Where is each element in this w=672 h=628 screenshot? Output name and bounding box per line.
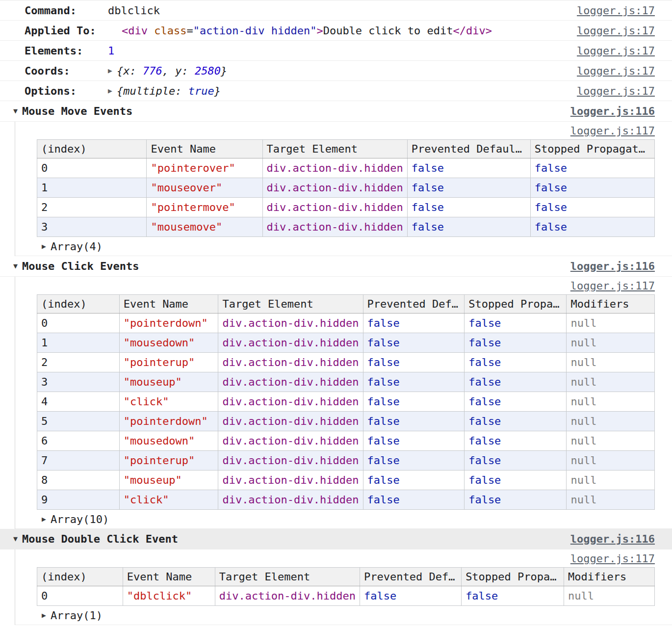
column-header[interactable]: Event Name <box>147 140 262 158</box>
elements-count: 1 <box>108 45 114 57</box>
log-label: Coords: <box>25 65 108 77</box>
source-link[interactable]: logger.js:17 <box>577 45 655 57</box>
table-row: 3 "mouseup" div.action-div.hidden false … <box>37 372 655 392</box>
source-link[interactable]: logger.js:17 <box>577 25 655 37</box>
source-link[interactable]: logger.js:117 <box>570 280 655 292</box>
cell-modifiers: null <box>567 372 655 392</box>
cell-index: 1 <box>37 333 120 353</box>
array-label: Array(4) <box>51 240 103 253</box>
column-header[interactable]: Modifiers <box>567 295 655 314</box>
cell-prevented-default: false <box>363 372 465 392</box>
cell-stopped-propagation: false <box>465 431 567 451</box>
attr-eq: = <box>186 25 193 37</box>
column-header[interactable]: Prevented Defaul… <box>407 140 530 158</box>
column-header[interactable]: Event Name <box>119 295 218 314</box>
column-header[interactable]: Modifiers <box>564 568 655 586</box>
log-label: Options: <box>25 85 108 97</box>
column-header[interactable]: Prevented Def… <box>360 568 462 586</box>
log-label: Elements: <box>25 45 108 57</box>
column-header[interactable]: (index) <box>37 295 120 314</box>
cell-prevented-default: false <box>407 178 530 198</box>
group-header-mouse-click-events[interactable]: ▼ Mouse Click Events logger.js:116 <box>0 256 672 277</box>
mouse-click-events-table: (index) Event Name Target Element Preven… <box>37 294 655 510</box>
cell-prevented-default: false <box>363 431 465 451</box>
coords-y-value: 2580 <box>195 65 221 77</box>
cell-prevented-default: false <box>363 451 465 471</box>
attr-name: class <box>148 25 186 37</box>
source-link[interactable]: logger.js:116 <box>570 533 655 545</box>
array-toggle[interactable]: ▶ Array(10) <box>37 510 655 528</box>
table-message: logger.js:117 (index) Event Name Target … <box>15 122 672 256</box>
cell-target-element: div.action-div.hidden <box>218 353 363 372</box>
cell-stopped-propagation: false <box>530 178 654 198</box>
cell-target-element: div.action-div.hidden <box>262 178 407 198</box>
cell-modifiers: null <box>567 471 655 490</box>
column-header[interactable]: Stopped Propagat… <box>530 140 654 158</box>
column-header[interactable]: Target Element <box>215 568 360 586</box>
cell-modifiers: null <box>567 314 655 333</box>
column-header[interactable]: Target Element <box>262 140 407 158</box>
collapse-arrow-icon: ▼ <box>13 107 18 115</box>
cell-stopped-propagation: false <box>465 412 567 431</box>
cell-stopped-propagation: false <box>530 217 654 237</box>
expand-arrow-icon[interactable]: ▶ <box>108 87 112 95</box>
cell-prevented-default: false <box>407 158 530 178</box>
coords-object-preview: {x: 776, y: 2580} <box>117 65 227 77</box>
preview-text: {x: <box>117 65 143 77</box>
coords-x-value: 776 <box>143 65 162 77</box>
cell-modifiers: null <box>567 333 655 353</box>
source-link[interactable]: logger.js:117 <box>570 125 655 137</box>
column-header[interactable]: Prevented Def… <box>363 295 465 314</box>
group-title: Mouse Click Events <box>22 260 139 272</box>
cell-index: 9 <box>37 490 120 510</box>
column-header[interactable]: Target Element <box>218 295 363 314</box>
cell-index: 0 <box>37 586 123 606</box>
cell-target-element: div.action-div.hidden <box>218 490 363 510</box>
table-row: 0 "dblclick" div.action-div.hidden false… <box>37 586 655 606</box>
header-row: (index) Event Name Target Element Preven… <box>37 295 655 314</box>
cell-stopped-propagation: false <box>465 353 567 372</box>
log-label: Command: <box>25 4 108 17</box>
table-row: 4 "click" div.action-div.hidden false fa… <box>37 392 655 412</box>
cell-event-name: "mousedown" <box>119 333 218 353</box>
cell-event-name: "mousedown" <box>119 431 218 451</box>
table-link-row: logger.js:117 <box>37 277 655 294</box>
log-row-command: Command: dblclick logger.js:17 <box>0 0 672 21</box>
source-link[interactable]: logger.js:17 <box>577 85 655 97</box>
array-toggle[interactable]: ▶ Array(1) <box>37 606 655 625</box>
cell-target-element: div.action-div.hidden <box>215 586 360 606</box>
source-link[interactable]: logger.js:117 <box>570 552 655 565</box>
cell-index: 8 <box>37 471 120 490</box>
cell-target-element: div.action-div.hidden <box>262 158 407 178</box>
table-body: 0 "dblclick" div.action-div.hidden false… <box>37 586 655 606</box>
cell-index: 3 <box>37 372 120 392</box>
expand-arrow-icon: ▶ <box>42 516 46 523</box>
group-header-mouse-move-events[interactable]: ▼ Mouse Move Events logger.js:116 <box>0 101 672 122</box>
array-label: Array(1) <box>51 609 103 622</box>
source-link[interactable]: logger.js:116 <box>570 105 655 117</box>
expand-arrow-icon[interactable]: ▶ <box>108 67 112 75</box>
source-link[interactable]: logger.js:116 <box>570 260 655 272</box>
source-link[interactable]: logger.js:17 <box>577 4 655 17</box>
devtools-console: Command: dblclick logger.js:17 Applied T… <box>0 0 672 625</box>
column-header[interactable]: Stopped Propa… <box>462 568 564 586</box>
column-header[interactable]: Event Name <box>123 568 215 586</box>
cell-target-element: div.action-div.hidden <box>218 412 363 431</box>
log-row-options: Options: ▶ {multiple: true} logger.js:17 <box>0 81 672 101</box>
preview-text: } <box>214 85 221 97</box>
expand-arrow-icon: ▶ <box>42 612 46 619</box>
group-header-mouse-double-click-event[interactable]: ▼ Mouse Double Click Event logger.js:116 <box>0 529 672 550</box>
cell-prevented-default: false <box>407 198 530 217</box>
preview-text: } <box>221 65 227 77</box>
source-link[interactable]: logger.js:17 <box>577 65 655 77</box>
table-body: 0 "pointerdown" div.action-div.hidden fa… <box>37 314 655 510</box>
cell-index: 2 <box>37 198 147 217</box>
expand-arrow-icon: ▶ <box>42 243 46 250</box>
table-row: 1 "mouseover" div.action-div.hidden fals… <box>37 178 655 198</box>
column-header[interactable]: (index) <box>37 140 147 158</box>
column-header[interactable]: Stopped Propa… <box>465 295 567 314</box>
array-toggle[interactable]: ▶ Array(4) <box>37 237 655 256</box>
options-multiple-value: true <box>188 85 214 97</box>
cell-stopped-propagation: false <box>465 314 567 333</box>
column-header[interactable]: (index) <box>37 568 123 586</box>
